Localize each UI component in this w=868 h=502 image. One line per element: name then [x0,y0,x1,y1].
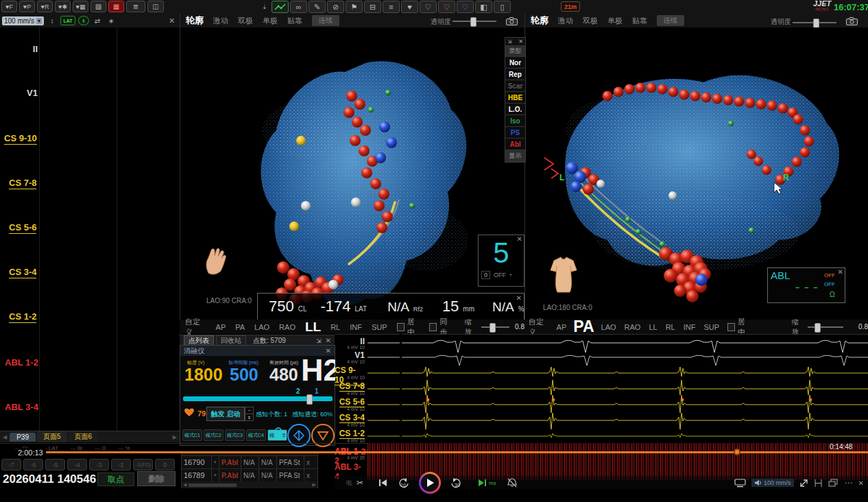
map-right-opacity-knob[interactable] [813,19,819,28]
rewind-10-icon[interactable]: 10 [397,478,409,488]
play-button[interactable] [419,472,441,494]
measurement-box-close-icon[interactable]: ✕ [516,294,522,302]
points-bar-collapse-icon[interactable]: ⇲ [316,337,322,344]
add-point-p-icon[interactable]: ♥P [19,1,35,12]
palette-collapse-icon[interactable]: ⇲ [507,38,512,45]
timeline-playhead[interactable] [734,449,740,455]
palette-item-hbe[interactable]: HBE [505,92,525,104]
map-right-view-ll[interactable]: LL [649,323,657,331]
ablator-progress-bar[interactable] [183,396,333,401]
palette-item-rep[interactable]: Rep [505,69,525,80]
map-right-tab-contact[interactable]: 贴靠 [632,16,647,26]
map-left-center-checkbox[interactable] [397,323,405,331]
expand-icon[interactable] [799,479,808,488]
channel-label-cs34[interactable]: CS 3-4 [9,267,36,278]
palette-item-nor[interactable]: Nor [505,57,525,69]
points-bar-close-icon[interactable]: ✕ [326,337,331,344]
map-left-sync-checkbox[interactable] [429,323,437,331]
channel-label-ii[interactable]: II [5,44,38,54]
loop-tool-icon[interactable]: ∞ [290,1,307,13]
add-point-f-icon[interactable]: ♥F [1,1,17,12]
delete-point-button[interactable]: 删除 [137,471,176,486]
map-left-zoom-slider[interactable] [481,326,509,328]
tag-tool-icon[interactable]: ⚑ [346,1,363,13]
map-left-view-inf[interactable]: INF [350,323,362,331]
map-right-tab-unipolar[interactable]: 单极 [607,16,623,26]
clipboard-icon[interactable]: ▯ [494,1,511,13]
offset-button-m6[interactable]: -6 [23,459,43,470]
abl-box-close-icon[interactable]: ✕ [838,268,843,276]
palette-item-ps[interactable]: PS [505,127,525,139]
trigger-start-button[interactable]: 触发 启动 [206,407,245,421]
map-right-camera-icon[interactable] [846,17,858,25]
sweep-speed-select[interactable]: 100 mm/s ▾ [2,16,44,25]
row1-close[interactable]: x [304,456,316,468]
channel-label-cs12[interactable]: CS 1-2 [9,311,36,323]
map-right-continuous-button[interactable]: 连续 [657,15,684,26]
channel-label-v1[interactable]: V1 [5,88,38,98]
page-tab-p39[interactable]: P39 [10,433,36,442]
offset-button-m5[interactable]: -5 [45,459,65,470]
heart-catheter-orange-icon[interactable]: ♡ [438,1,455,13]
map-left-zoom-knob[interactable] [490,323,496,333]
toggle-view-icon[interactable]: ◧ [475,1,492,13]
map-right-view-lao[interactable]: LAO [601,323,616,331]
mode-c1-button[interactable]: 模式C1 [182,429,202,441]
lat-annotation-icon[interactable]: LAT [60,16,75,25]
caliper-tool-icon[interactable]: ⊟ [364,1,381,13]
page-tabs-right-icon[interactable]: ▶ [173,434,177,440]
signal-cut-icon[interactable]: ✂ [357,478,363,488]
offset-button-m7[interactable]: -7 [1,459,21,470]
ecg-label-cs34[interactable]: CS 3-4 [339,413,365,423]
row2-close[interactable]: x [304,469,316,481]
map-left-view-pa[interactable]: PA [235,323,245,331]
ablator-progress-knob[interactable] [306,394,313,405]
offset-button-0[interactable]: 0 [155,459,175,470]
map-left-continuous-button[interactable]: 连续 [312,15,339,26]
counter-caret-icon[interactable]: ▾ [509,272,512,278]
sensor-icon[interactable]: ≣ [126,1,145,12]
timeline-bar[interactable] [38,451,868,453]
map-right-view-pa[interactable]: PA [573,318,594,336]
forward-30-icon[interactable]: 30 [450,478,463,488]
map-right-zoom-slider[interactable] [808,326,843,328]
table-hscrollbar[interactable]: ◀ ▶ [182,481,317,488]
table-scroll-right-icon[interactable]: ▶ [313,482,316,488]
palette-item-abl[interactable]: Abl [505,139,525,150]
map-left-tab-contact[interactable]: 贴靠 [287,16,302,26]
table-row[interactable]: 16789 ▾ P.Abl N/A N/A PFA St x [182,469,317,481]
heart-point-icon[interactable]: ♥ [401,1,418,13]
channel-label-abl12[interactable]: ABL 1-2 [5,357,38,368]
counter-num[interactable]: 0 [481,271,490,279]
map-settings-icon[interactable]: ♥✱ [55,1,71,12]
pause-review-icon[interactable]: ‖ [78,16,89,25]
table-scroll-left-icon[interactable]: ◀ [183,482,186,488]
row2-caret-icon[interactable]: ▾ [212,469,219,481]
map-right-zoom-knob[interactable] [815,323,821,333]
map-left-tab-unipolar[interactable]: 单极 [263,16,278,26]
map-right-tab-activation[interactable]: 激动 [558,16,573,26]
palette-item-scar[interactable]: Scar [505,80,525,92]
caliper-vertical-icon[interactable]: ↕ [47,16,58,25]
mode-c2-button[interactable]: 模式C2 [204,429,224,441]
heart-catheter-blue-icon[interactable]: ♡ [457,1,474,13]
map-right-center-checkbox[interactable] [727,323,735,331]
ecg-label-cs56[interactable]: CS 5-6 [339,397,365,407]
mode-c3-button[interactable]: 模式C3 [225,429,245,441]
erase-map-icon[interactable]: ⊘ [327,1,344,13]
palette-show-button[interactable]: 显示 [505,150,525,162]
stepper-unit[interactable]: s [245,414,253,420]
dual-screen-icon[interactable]: ◫ [147,1,164,12]
page-tabs-left-icon[interactable]: ◀ [3,434,7,440]
close-left-toolbar-icon[interactable]: ✕ [169,16,175,25]
map-left-opacity-knob[interactable] [470,17,477,27]
map-right-tab-bipolar[interactable]: 双极 [583,16,598,26]
trigger-stepper[interactable]: − s [245,407,254,421]
map-left-tab-contour[interactable]: 轮廓 [186,14,204,27]
map-left-view-ap[interactable]: AP [216,323,226,331]
map-left-camera-icon[interactable] [506,17,518,25]
palette-item-lo[interactable]: L.O. [505,104,525,115]
page-tab-5[interactable]: 页面5 [37,431,67,442]
palette-type-button[interactable]: 类型 [505,45,525,57]
alarm-record-icon[interactable]: ▦ [108,1,124,12]
